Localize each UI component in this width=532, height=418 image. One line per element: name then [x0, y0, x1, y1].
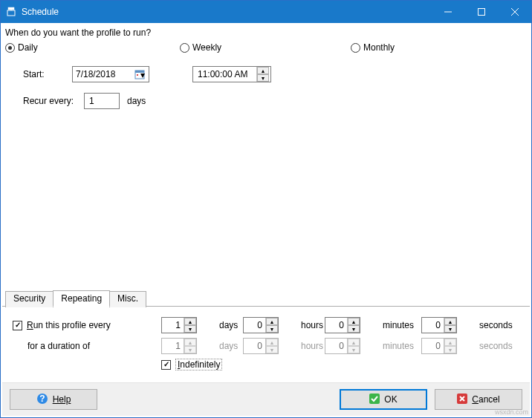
titlebar: Schedule	[1, 1, 531, 23]
every-hours-input[interactable]: 0▲▼	[243, 317, 279, 333]
start-date-value: 7/18/2018	[76, 69, 131, 79]
svg-text:?: ?	[39, 393, 45, 404]
duration-seconds-unit: seconds	[473, 341, 518, 351]
radio-daily-indicator	[5, 43, 15, 53]
recur-value-input[interactable]	[84, 93, 120, 109]
indefinitely-label: Indefinitely	[175, 359, 222, 370]
run-every-checkbox[interactable]: Run this profile every	[13, 320, 161, 330]
svg-rect-0	[8, 7, 14, 10]
window-title: Schedule	[22, 7, 431, 17]
every-seconds-unit: seconds	[473, 320, 518, 330]
start-label: Start:	[23, 69, 65, 79]
frequency-group: Daily Weekly Monthly	[2, 41, 530, 59]
radio-weekly[interactable]: Weekly	[180, 42, 351, 53]
help-button[interactable]: ? Help	[10, 389, 97, 410]
every-hours-unit: hours	[295, 320, 325, 330]
radio-monthly-indicator	[351, 43, 360, 53]
tab-repeating[interactable]: Repeating	[53, 290, 110, 307]
svg-rect-12	[369, 393, 380, 404]
app-icon	[5, 6, 17, 18]
cancel-icon	[457, 393, 467, 406]
schedule-question: When do you want the profile to run?	[2, 26, 530, 41]
duration-minutes-input: 0▲▼	[325, 338, 360, 354]
duration-days-unit: days	[213, 341, 243, 351]
every-minutes-input[interactable]: 0▲▼	[325, 317, 360, 333]
close-button[interactable]	[498, 1, 531, 23]
start-date-picker[interactable]: 7/18/2018 ▾	[72, 66, 149, 82]
ok-label: OK	[384, 394, 397, 405]
tab-strip: Security Repeating Misc.	[2, 290, 530, 307]
tab-panel-repeating: Run this profile every 1▲▼ days 0▲▼ hour…	[2, 307, 530, 382]
watermark: wsxdn.com	[495, 408, 528, 416]
radio-daily-label: Daily	[18, 42, 38, 53]
duration-label: for a duration of	[13, 341, 161, 351]
checkbox-indefinitely	[161, 360, 171, 370]
ok-icon	[369, 393, 380, 406]
every-seconds-input[interactable]: 0▲▼	[421, 317, 457, 333]
svg-rect-1	[7, 10, 15, 16]
every-minutes-unit: minutes	[377, 320, 421, 330]
run-every-label: Run this profile every	[27, 320, 111, 330]
start-time-value: 11:00:00 AM	[198, 69, 256, 79]
minimize-button[interactable]	[431, 1, 464, 23]
indefinitely-checkbox[interactable]: Indefinitely	[161, 359, 295, 370]
duration-days-input: 1▲▼	[161, 338, 197, 354]
tab-misc[interactable]: Misc.	[109, 291, 146, 307]
radio-daily[interactable]: Daily	[5, 42, 180, 53]
radio-weekly-label: Weekly	[192, 42, 221, 53]
duration-hours-unit: hours	[295, 341, 325, 351]
duration-minutes-unit: minutes	[377, 341, 421, 351]
checkbox-run-every	[13, 321, 22, 330]
recur-unit: days	[127, 96, 146, 106]
date-dropdown-button[interactable]: ▾	[137, 68, 147, 81]
time-spinner[interactable]: ▲▼	[256, 67, 269, 82]
help-icon: ?	[36, 393, 48, 407]
every-days-unit: days	[213, 320, 243, 330]
ok-button[interactable]: OK	[340, 389, 427, 410]
duration-seconds-input: 0▲▼	[421, 338, 457, 354]
svg-rect-4	[478, 9, 484, 16]
duration-hours-input: 0▲▼	[243, 338, 279, 354]
help-label: Help	[53, 394, 71, 405]
recur-label: Recur every:	[23, 96, 77, 106]
tab-security[interactable]: Security	[5, 291, 53, 307]
maximize-button[interactable]	[464, 1, 498, 23]
every-days-input[interactable]: 1▲▼	[161, 317, 197, 333]
radio-monthly[interactable]: Monthly	[351, 42, 395, 53]
cancel-button[interactable]: Cancel	[435, 389, 522, 410]
cancel-label: Cancel	[472, 394, 499, 405]
start-time-picker[interactable]: 11:00:00 AM ▲▼	[192, 66, 271, 82]
radio-weekly-indicator	[180, 43, 189, 53]
radio-monthly-label: Monthly	[363, 42, 395, 53]
